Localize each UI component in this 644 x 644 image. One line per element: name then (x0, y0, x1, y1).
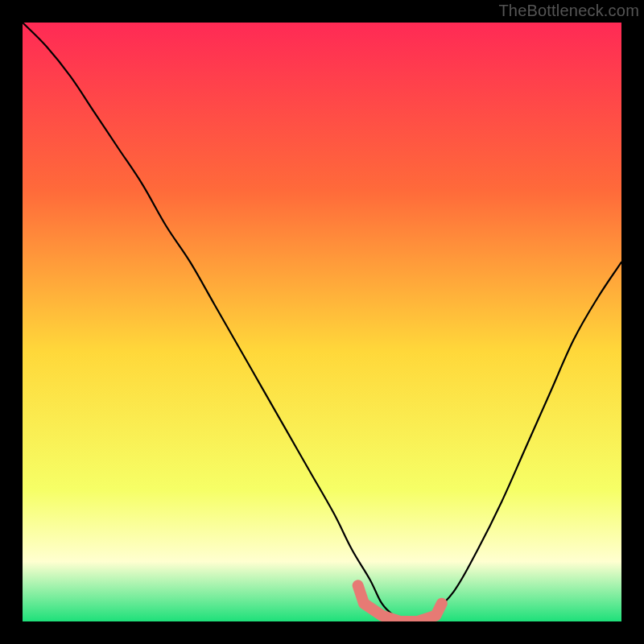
bottleneck-chart (23, 23, 621, 621)
plot-area (23, 23, 621, 621)
chart-frame: TheBottleneck.com (0, 0, 644, 644)
gradient-background (23, 23, 621, 621)
watermark-text: TheBottleneck.com (498, 2, 639, 20)
